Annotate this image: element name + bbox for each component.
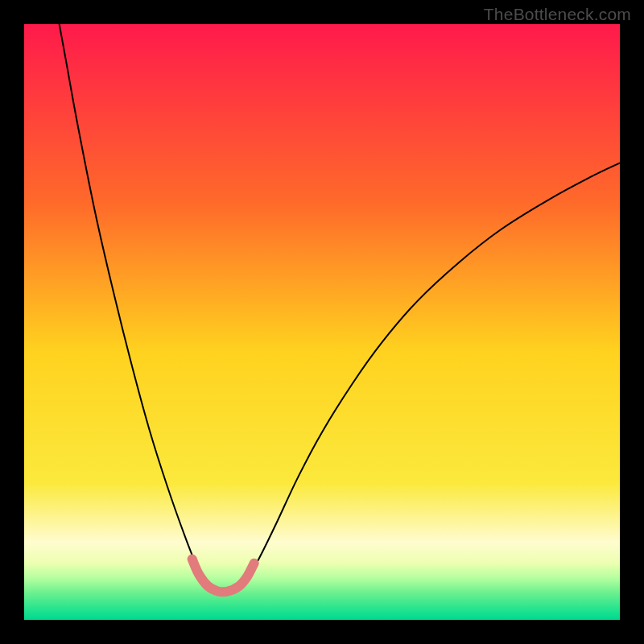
gradient-background bbox=[24, 24, 620, 620]
plot-area bbox=[24, 24, 620, 620]
chart-svg bbox=[24, 24, 620, 620]
chart-frame: TheBottleneck.com bbox=[0, 0, 644, 644]
watermark-text: TheBottleneck.com bbox=[484, 5, 631, 24]
